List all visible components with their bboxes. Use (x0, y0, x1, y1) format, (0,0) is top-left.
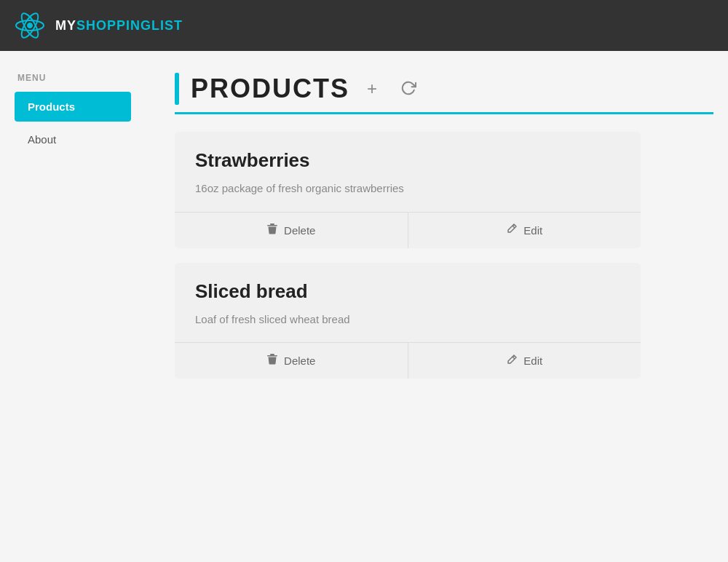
product-description: Loaf of fresh sliced wheat bread (195, 312, 620, 328)
product-name: Sliced bread (195, 280, 620, 303)
edit-button[interactable]: Edit (408, 343, 641, 379)
refresh-button[interactable] (395, 77, 422, 101)
svg-rect-8 (267, 355, 277, 357)
edit-button[interactable]: Edit (408, 213, 641, 248)
main-layout: MENU Products About PRODUCTS + Strawberr… (0, 51, 728, 415)
sidebar-menu-label: MENU (15, 73, 160, 83)
page-title-bar (175, 73, 179, 105)
add-product-button[interactable]: + (361, 77, 383, 100)
product-card: Strawberries 16oz package of fresh organ… (175, 132, 641, 248)
product-card-body: Strawberries 16oz package of fresh organ… (175, 132, 641, 212)
delete-label: Delete (284, 224, 315, 237)
svg-line-6 (513, 226, 515, 228)
edit-icon (506, 354, 518, 368)
edit-label: Edit (523, 355, 542, 367)
navbar-title: MYSHOPPINGLIST (55, 18, 183, 33)
svg-rect-5 (267, 225, 277, 226)
trash-icon (266, 353, 278, 368)
svg-rect-4 (270, 223, 274, 225)
product-card-actions: Delete Edit (175, 342, 641, 379)
sidebar-item-products[interactable]: Products (15, 92, 131, 122)
product-card-body: Sliced bread Loaf of fresh sliced wheat … (175, 263, 641, 343)
edit-label: Edit (523, 224, 542, 237)
delete-label: Delete (284, 355, 315, 367)
product-card: Sliced bread Loaf of fresh sliced wheat … (175, 263, 641, 379)
svg-line-9 (513, 357, 515, 359)
content-area: PRODUCTS + Strawberries 16oz package of … (160, 73, 713, 393)
delete-button[interactable]: Delete (175, 213, 408, 248)
trash-icon (266, 223, 278, 238)
product-card-actions: Delete Edit (175, 212, 641, 248)
navbar: MYSHOPPINGLIST (0, 0, 728, 51)
delete-button[interactable]: Delete (175, 343, 408, 379)
react-logo-icon (15, 10, 45, 41)
page-title-row: PRODUCTS + (175, 73, 713, 114)
product-name: Strawberries (195, 149, 620, 172)
sidebar: MENU Products About (15, 73, 160, 393)
product-description: 16oz package of fresh organic strawberri… (195, 181, 620, 197)
svg-point-0 (28, 23, 33, 28)
edit-icon (506, 223, 518, 237)
page-title: PRODUCTS (191, 74, 349, 104)
sidebar-item-about[interactable]: About (15, 124, 131, 154)
svg-rect-7 (270, 354, 274, 355)
refresh-icon (400, 80, 416, 96)
